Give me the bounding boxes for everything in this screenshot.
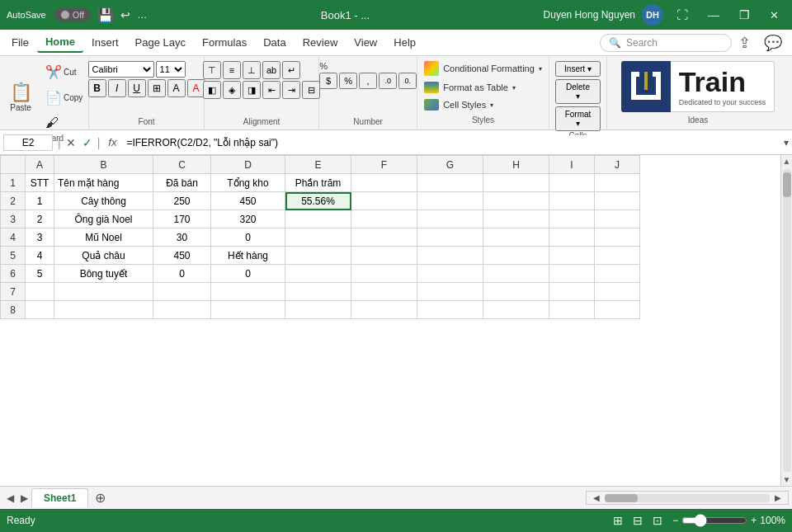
cell-d3[interactable]: 320 [211,210,285,228]
cell-a4[interactable]: 3 [26,228,54,247]
format-as-table-button[interactable]: Format as Table ▾ [419,80,547,95]
cell-j8[interactable] [595,301,640,319]
add-sheet-button[interactable]: ⊕ [88,488,112,507]
cell-f2[interactable] [351,192,417,210]
cell-e3[interactable] [285,210,351,228]
formula-confirm-button[interactable]: ✓ [82,136,92,149]
underline-button[interactable]: U [128,79,146,97]
cell-h8[interactable] [483,301,549,319]
comma-button[interactable]: , [359,73,377,89]
insert-cells-button[interactable]: Insert ▾ [555,61,601,77]
cell-b1[interactable]: Tên mặt hàng [54,174,153,192]
cell-h1[interactable] [483,174,549,192]
italic-button[interactable]: I [108,79,126,97]
sheet-scroll-right-button[interactable]: ▶ [771,492,785,503]
decrease-indent-button[interactable]: ⇤ [262,81,280,99]
cut-button[interactable]: ✂️ Cut [40,61,87,83]
col-header-d[interactable]: D [211,156,285,174]
row-header-1[interactable]: 1 [1,174,26,192]
row-header-4[interactable]: 4 [1,228,26,247]
cell-j1[interactable] [595,174,640,192]
currency-button[interactable]: $ [319,73,337,89]
cell-d8[interactable] [211,301,285,319]
cell-i7[interactable] [549,283,595,301]
col-header-e[interactable]: E [285,156,351,174]
cell-d1[interactable]: Tổng kho [211,174,285,192]
cell-f5[interactable] [351,247,417,265]
cell-d7[interactable] [211,283,285,301]
cell-b7[interactable] [54,283,153,301]
col-header-i[interactable]: I [549,156,595,174]
cell-a7[interactable] [26,283,54,301]
col-header-g[interactable]: G [417,156,483,174]
cell-g4[interactable] [417,228,483,247]
col-header-h[interactable]: H [483,156,549,174]
scroll-thumb[interactable] [783,172,791,197]
cell-h7[interactable] [483,283,549,301]
cell-c8[interactable] [153,301,211,319]
cell-j6[interactable] [595,265,640,283]
share-button[interactable]: ⇪ [732,31,757,55]
cell-g3[interactable] [417,210,483,228]
align-middle-button[interactable]: ≡ [223,61,241,79]
redo-button[interactable]: … [137,9,147,21]
menu-review[interactable]: Review [295,33,346,52]
row-header-6[interactable]: 6 [1,265,26,283]
cell-a2[interactable]: 1 [26,192,54,210]
cell-b6[interactable]: Bông tuyết [54,265,153,283]
cell-reference-input[interactable] [3,134,53,151]
cell-e2[interactable]: 55.56% [285,192,351,210]
align-right-button[interactable]: ◨ [243,81,261,99]
menu-view[interactable]: View [346,33,385,52]
save-button[interactable]: 💾 [97,7,114,23]
menu-pagelayout[interactable]: Page Layc [127,33,194,52]
bold-button[interactable]: B [88,79,106,97]
cell-b4[interactable]: Mũ Noel [54,228,153,247]
zoom-out-button[interactable]: − [672,515,678,526]
cell-g5[interactable] [417,247,483,265]
font-size-select[interactable]: 11 [156,61,186,78]
cell-h2[interactable] [483,192,549,210]
align-left-button[interactable]: ◧ [203,81,221,99]
orientation-button[interactable]: ab [262,61,280,79]
cell-e5[interactable] [285,247,351,265]
menu-home[interactable]: Home [37,32,83,53]
cell-i3[interactable] [549,210,595,228]
cell-a1[interactable]: STT [26,174,54,192]
cell-f3[interactable] [351,210,417,228]
cell-e6[interactable] [285,265,351,283]
row-header-3[interactable]: 3 [1,210,26,228]
cell-b8[interactable] [54,301,153,319]
zoom-slider[interactable] [681,514,747,527]
cell-g7[interactable] [417,283,483,301]
cell-f8[interactable] [351,301,417,319]
cell-j4[interactable] [595,228,640,247]
delete-cells-button[interactable]: Delete ▾ [555,79,601,104]
formula-dropdown-button[interactable]: ▾ [784,137,789,148]
cell-c2[interactable]: 250 [153,192,211,210]
sheet-scroll-left-button[interactable]: ◀ [590,492,603,503]
cell-d5[interactable]: Hết hàng [211,247,285,265]
menu-file[interactable]: File [3,33,37,52]
page-break-preview-button[interactable]: ⊡ [649,512,666,529]
cell-i1[interactable] [549,174,595,192]
cell-j5[interactable] [595,247,640,265]
align-center-button[interactable]: ◈ [223,81,241,99]
cell-e1[interactable]: Phần trăm [285,174,351,192]
col-header-a[interactable]: A [26,156,54,174]
formula-cancel-button[interactable]: ✕ [66,136,76,149]
cell-e4[interactable] [285,228,351,247]
sheet-scroll-thumb[interactable] [605,494,638,502]
cell-g6[interactable] [417,265,483,283]
cell-f4[interactable] [351,228,417,247]
cell-i8[interactable] [549,301,595,319]
cell-g1[interactable] [417,174,483,192]
cell-c6[interactable]: 0 [153,265,211,283]
tab-scroll-right-button[interactable]: ▶ [17,491,31,506]
col-header-f[interactable]: F [351,156,417,174]
cell-j2[interactable] [595,192,640,210]
sheet-table-wrapper[interactable]: A B C D E F G H I J 1 [0,155,780,486]
minimize-button[interactable]: — [701,8,726,21]
cell-c7[interactable] [153,283,211,301]
page-layout-view-button[interactable]: ⊟ [629,512,646,529]
